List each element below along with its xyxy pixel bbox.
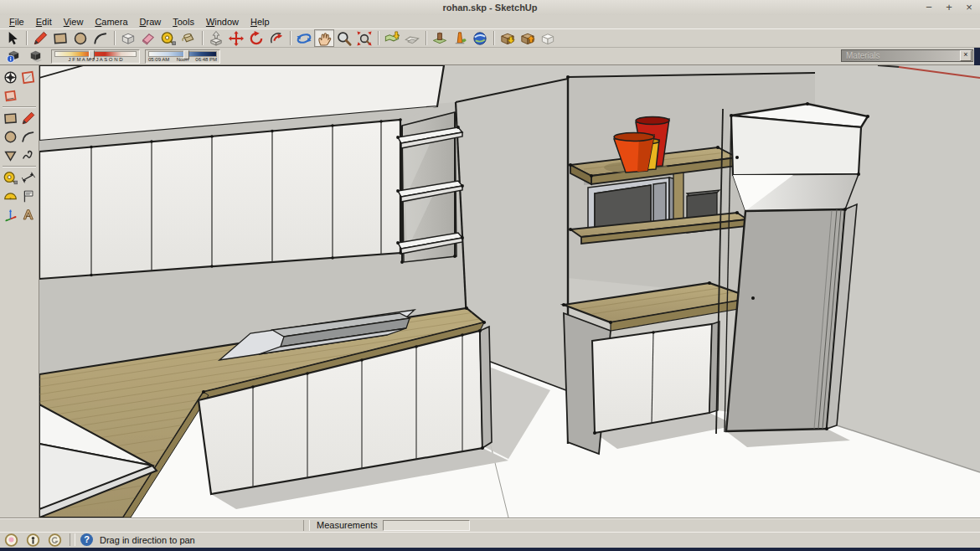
- toolbar-separator: [111, 31, 117, 45]
- menu-window[interactable]: Window: [200, 16, 245, 28]
- section-plane-button[interactable]: [19, 69, 37, 86]
- 3d-text-tool-button[interactable]: [19, 206, 37, 224]
- offset-tool-button[interactable]: [266, 29, 286, 47]
- line-tool-button[interactable]: [30, 29, 50, 47]
- toolbar-separator: [491, 31, 497, 45]
- toggle-shadows-button[interactable]: [24, 48, 46, 65]
- shadow-toolbar: J F M A M J J A S O N D 05:09 AM Noon 06…: [0, 48, 980, 65]
- move-tool-button[interactable]: [226, 29, 246, 47]
- measurements-label: Measurements: [317, 520, 378, 530]
- time-end-label: 06:48 PM: [195, 57, 217, 63]
- toolbar-separator: [287, 31, 293, 45]
- menu-tools[interactable]: Tools: [167, 16, 200, 28]
- rotate-tool-button[interactable]: [246, 29, 266, 47]
- date-slider-months: J F M A M J J A S O N D: [52, 57, 139, 63]
- time-slider-track: [148, 51, 217, 57]
- menu-draw[interactable]: Draw: [134, 16, 168, 28]
- make-component-button[interactable]: [118, 29, 138, 47]
- paint-bucket-tool-button[interactable]: [178, 29, 199, 47]
- protractor-tool-button[interactable]: [2, 188, 19, 205]
- tape-measure-tool-button[interactable]: [158, 29, 178, 47]
- geolocation-status-icon[interactable]: [4, 533, 18, 547]
- toolbar-separator: [423, 31, 429, 45]
- time-slider-labels: 05:09 AM Noon 06:48 PM: [148, 57, 217, 63]
- google-earth-button[interactable]: [470, 29, 490, 47]
- maximize-button[interactable]: +: [943, 2, 955, 13]
- circle-tool-button[interactable]: [2, 128, 19, 146]
- claim-credit-status-icon[interactable]: [48, 533, 62, 547]
- rectangle-tool-button[interactable]: [2, 110, 19, 127]
- help-icon[interactable]: ?: [80, 533, 93, 546]
- toggle-terrain-button[interactable]: [402, 29, 422, 47]
- get-models-button[interactable]: [498, 29, 518, 47]
- menu-help[interactable]: Help: [245, 16, 276, 28]
- toolbar-separator: [2, 165, 37, 168]
- dock-edge-strip: [974, 48, 980, 65]
- status-hint: Drag in direction to pan: [100, 535, 195, 545]
- menu-edit[interactable]: Edit: [30, 16, 58, 28]
- orbit-tool-button[interactable]: [294, 29, 314, 47]
- toolbar-separator: [375, 31, 381, 45]
- menu-file[interactable]: File: [3, 16, 30, 28]
- menu-bar: FileEditViewCameraDrawToolsWindowHelp: [0, 15, 980, 28]
- model-credit-status-icon[interactable]: [26, 533, 40, 547]
- toolbar-separator: [23, 31, 29, 45]
- shadow-date-slider[interactable]: J F M A M J J A S O N D: [51, 49, 140, 64]
- model-viewport[interactable]: [39, 65, 980, 518]
- line-tool-button[interactable]: [19, 110, 37, 127]
- main-toolbar: [0, 28, 980, 48]
- title-bar[interactable]: rohan.skp - SketchUp − + ×: [0, 0, 980, 16]
- axes-tool-button[interactable]: [2, 206, 19, 224]
- select-tool-button[interactable]: [3, 29, 23, 47]
- pan-tool-button[interactable]: [314, 29, 334, 47]
- circle-tool-button[interactable]: [70, 29, 90, 47]
- window-title: rohan.skp - SketchUp: [0, 3, 980, 13]
- time-start-label: 05:09 AM: [148, 57, 169, 63]
- menu-view[interactable]: View: [58, 16, 90, 28]
- toolbar-separator: [2, 106, 37, 109]
- toolbar-groove: [303, 520, 310, 531]
- materials-panel[interactable]: Materials ×: [841, 49, 973, 62]
- arc-tool-button[interactable]: [90, 29, 111, 47]
- status-groove: [70, 533, 75, 546]
- open-shelves[interactable]: [398, 112, 462, 262]
- share-models-button[interactable]: [518, 29, 538, 47]
- bottom-edge-strip: [0, 548, 980, 551]
- zoom-tool-button[interactable]: [334, 29, 354, 47]
- share-component-button[interactable]: [538, 29, 558, 47]
- measurements-input[interactable]: [383, 520, 470, 531]
- status-bar: ? Drag in direction to pan: [0, 532, 980, 548]
- shadow-time-slider[interactable]: 05:09 AM Noon 06:48 PM: [145, 49, 220, 64]
- close-button[interactable]: ×: [963, 2, 975, 13]
- shadow-settings-button[interactable]: [3, 48, 24, 65]
- time-noon-label: Noon: [177, 57, 188, 63]
- arc-tool-button[interactable]: [19, 128, 37, 146]
- date-slider-track: [54, 51, 137, 57]
- materials-panel-title: Materials: [842, 51, 960, 60]
- dimension-tool-button[interactable]: [19, 169, 37, 187]
- left-toolbar: [0, 65, 39, 518]
- measurements-bar: Measurements: [0, 518, 980, 532]
- push-pull-tool-button[interactable]: [206, 29, 226, 47]
- preview-model-in-google-earth-button[interactable]: [450, 29, 470, 47]
- compass-navigation-button[interactable]: [2, 69, 19, 86]
- polygon-tool-button[interactable]: [2, 147, 19, 164]
- photo-textures-button[interactable]: [430, 29, 450, 47]
- kitchen-model-scene[interactable]: [39, 65, 980, 518]
- materials-close-button[interactable]: ×: [960, 50, 972, 61]
- freehand-tool-button[interactable]: [19, 147, 37, 164]
- minimize-button[interactable]: −: [923, 2, 935, 13]
- add-location-button[interactable]: [382, 29, 402, 47]
- section-cuts-button[interactable]: [2, 87, 19, 105]
- toolbar-separator: [199, 31, 205, 45]
- zoom-extents-button[interactable]: [354, 29, 374, 47]
- rectangle-tool-button[interactable]: [50, 29, 70, 47]
- menu-camera[interactable]: Camera: [89, 16, 133, 28]
- eraser-tool-button[interactable]: [138, 29, 158, 47]
- tape-measure-tool-button[interactable]: [2, 169, 19, 187]
- text-tool-button[interactable]: [19, 188, 37, 205]
